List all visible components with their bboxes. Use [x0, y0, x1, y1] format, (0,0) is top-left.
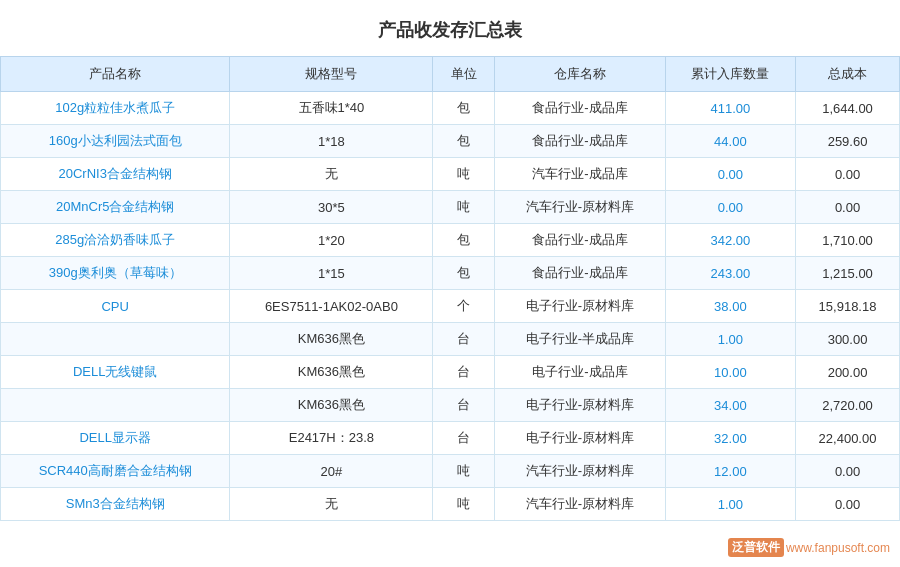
cell-quantity: 38.00: [665, 290, 795, 323]
cell-quantity: 243.00: [665, 257, 795, 290]
cell-warehouse: 电子行业-原材料库: [495, 389, 665, 422]
cell-product-name[interactable]: 285g洽洽奶香味瓜子: [1, 224, 230, 257]
cell-spec: E2417H：23.8: [230, 422, 433, 455]
cell-cost: 1,644.00: [796, 92, 900, 125]
table-row: 390g奥利奥（草莓味）1*15包食品行业-成品库243.001,215.00: [1, 257, 900, 290]
cell-cost: 0.00: [796, 191, 900, 224]
cell-warehouse: 电子行业-半成品库: [495, 323, 665, 356]
cell-unit: 包: [433, 224, 495, 257]
cell-quantity: 32.00: [665, 422, 795, 455]
cell-product-name[interactable]: 20MnCr5合金结构钢: [1, 191, 230, 224]
cell-warehouse: 食品行业-成品库: [495, 257, 665, 290]
watermark-logo: 泛普软件: [728, 538, 784, 557]
cell-spec: KM636黑色: [230, 323, 433, 356]
cell-product-name: [1, 389, 230, 422]
cell-cost: 0.00: [796, 158, 900, 191]
cell-quantity: 12.00: [665, 455, 795, 488]
table-row: 285g洽洽奶香味瓜子1*20包食品行业-成品库342.001,710.00: [1, 224, 900, 257]
cell-spec: KM636黑色: [230, 389, 433, 422]
watermark: 泛普软件 www.fanpusoft.com: [728, 538, 890, 557]
cell-unit: 包: [433, 92, 495, 125]
col-header-warehouse: 仓库名称: [495, 57, 665, 92]
cell-unit: 台: [433, 323, 495, 356]
cell-warehouse: 食品行业-成品库: [495, 224, 665, 257]
cell-unit: 吨: [433, 488, 495, 521]
cell-cost: 259.60: [796, 125, 900, 158]
cell-cost: 300.00: [796, 323, 900, 356]
table-row: SCR440高耐磨合金结构钢20#吨汽车行业-原材料库12.000.00: [1, 455, 900, 488]
summary-table: 产品名称 规格型号 单位 仓库名称 累计入库数量 总成本 102g粒粒佳水煮瓜子…: [0, 56, 900, 521]
cell-product-name[interactable]: DELL无线键鼠: [1, 356, 230, 389]
cell-quantity: 44.00: [665, 125, 795, 158]
cell-spec: 无: [230, 158, 433, 191]
cell-spec: 五香味1*40: [230, 92, 433, 125]
cell-cost: 0.00: [796, 488, 900, 521]
cell-unit: 个: [433, 290, 495, 323]
cell-quantity: 0.00: [665, 191, 795, 224]
table-row: DELL无线键鼠KM636黑色台电子行业-成品库10.00200.00: [1, 356, 900, 389]
table-row: DELL显示器E2417H：23.8台电子行业-原材料库32.0022,400.…: [1, 422, 900, 455]
cell-spec: 无: [230, 488, 433, 521]
cell-quantity: 411.00: [665, 92, 795, 125]
cell-cost: 1,710.00: [796, 224, 900, 257]
cell-unit: 台: [433, 389, 495, 422]
cell-quantity: 10.00: [665, 356, 795, 389]
cell-unit: 台: [433, 356, 495, 389]
col-header-cost: 总成本: [796, 57, 900, 92]
cell-quantity: 1.00: [665, 323, 795, 356]
cell-warehouse: 电子行业-原材料库: [495, 290, 665, 323]
cell-spec: 1*18: [230, 125, 433, 158]
cell-warehouse: 电子行业-成品库: [495, 356, 665, 389]
cell-product-name[interactable]: CPU: [1, 290, 230, 323]
cell-unit: 吨: [433, 191, 495, 224]
cell-product-name[interactable]: 20CrNI3合金结构钢: [1, 158, 230, 191]
col-header-spec: 规格型号: [230, 57, 433, 92]
cell-warehouse: 汽车行业-原材料库: [495, 455, 665, 488]
cell-cost: 200.00: [796, 356, 900, 389]
table-row: CPU6ES7511-1AK02-0AB0个电子行业-原材料库38.0015,9…: [1, 290, 900, 323]
cell-spec: KM636黑色: [230, 356, 433, 389]
cell-cost: 2,720.00: [796, 389, 900, 422]
cell-cost: 1,215.00: [796, 257, 900, 290]
table-row: 20MnCr5合金结构钢30*5吨汽车行业-原材料库0.000.00: [1, 191, 900, 224]
cell-product-name[interactable]: SMn3合金结构钢: [1, 488, 230, 521]
table-row: 20CrNI3合金结构钢无吨汽车行业-成品库0.000.00: [1, 158, 900, 191]
cell-product-name[interactable]: 102g粒粒佳水煮瓜子: [1, 92, 230, 125]
cell-spec: 20#: [230, 455, 433, 488]
cell-quantity: 0.00: [665, 158, 795, 191]
cell-unit: 包: [433, 125, 495, 158]
cell-warehouse: 电子行业-原材料库: [495, 422, 665, 455]
col-header-name: 产品名称: [1, 57, 230, 92]
cell-warehouse: 食品行业-成品库: [495, 92, 665, 125]
cell-product-name[interactable]: 390g奥利奥（草莓味）: [1, 257, 230, 290]
cell-spec: 1*20: [230, 224, 433, 257]
cell-spec: 30*5: [230, 191, 433, 224]
col-header-quantity: 累计入库数量: [665, 57, 795, 92]
cell-quantity: 34.00: [665, 389, 795, 422]
cell-warehouse: 食品行业-成品库: [495, 125, 665, 158]
table-row: 160g小达利园法式面包1*18包食品行业-成品库44.00259.60: [1, 125, 900, 158]
table-row: SMn3合金结构钢无吨汽车行业-原材料库1.000.00: [1, 488, 900, 521]
cell-warehouse: 汽车行业-成品库: [495, 158, 665, 191]
cell-cost: 15,918.18: [796, 290, 900, 323]
page-title: 产品收发存汇总表: [0, 0, 900, 56]
cell-cost: 0.00: [796, 455, 900, 488]
cell-product-name[interactable]: 160g小达利园法式面包: [1, 125, 230, 158]
cell-warehouse: 汽车行业-原材料库: [495, 488, 665, 521]
watermark-url: www.fanpusoft.com: [786, 541, 890, 555]
cell-product-name[interactable]: SCR440高耐磨合金结构钢: [1, 455, 230, 488]
cell-unit: 吨: [433, 455, 495, 488]
cell-warehouse: 汽车行业-原材料库: [495, 191, 665, 224]
cell-quantity: 1.00: [665, 488, 795, 521]
cell-unit: 包: [433, 257, 495, 290]
table-body: 102g粒粒佳水煮瓜子五香味1*40包食品行业-成品库411.001,644.0…: [1, 92, 900, 521]
cell-product-name[interactable]: DELL显示器: [1, 422, 230, 455]
table-row: 102g粒粒佳水煮瓜子五香味1*40包食品行业-成品库411.001,644.0…: [1, 92, 900, 125]
cell-spec: 6ES7511-1AK02-0AB0: [230, 290, 433, 323]
table-header: 产品名称 规格型号 单位 仓库名称 累计入库数量 总成本: [1, 57, 900, 92]
cell-unit: 台: [433, 422, 495, 455]
cell-product-name: [1, 323, 230, 356]
cell-quantity: 342.00: [665, 224, 795, 257]
table-row: KM636黑色台电子行业-半成品库1.00300.00: [1, 323, 900, 356]
cell-spec: 1*15: [230, 257, 433, 290]
